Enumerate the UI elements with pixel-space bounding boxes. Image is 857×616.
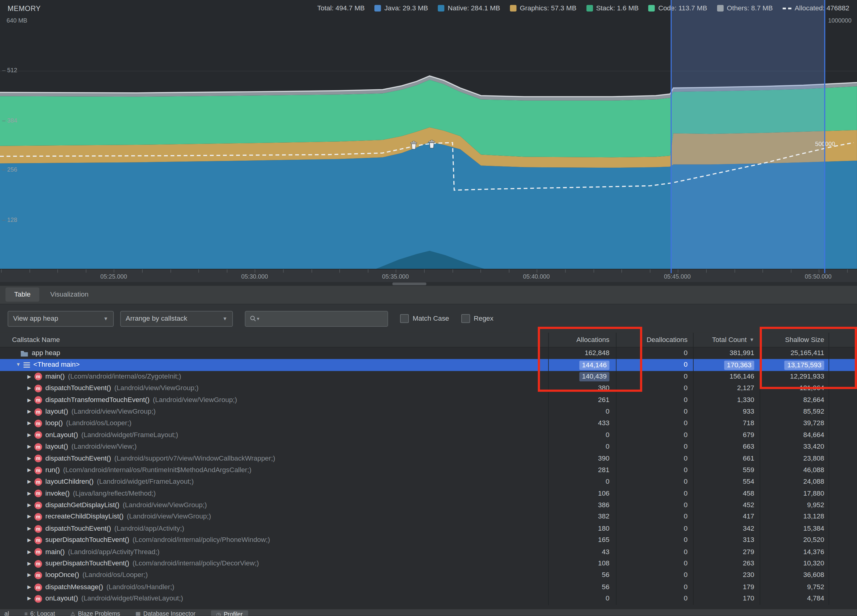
method-icon: m <box>34 490 42 497</box>
total-count-value: 417 <box>693 511 760 523</box>
expand-arrow-icon[interactable]: ▶ <box>25 406 33 418</box>
checkbox-box[interactable] <box>400 314 409 323</box>
allocations-value: 0 <box>548 406 616 418</box>
total-count-value: 156,146 <box>693 371 760 383</box>
callstack-package: (Landroid/os/Looper;) <box>66 418 131 429</box>
callstack-package: (Landroid/view/ViewGroup;) <box>122 500 207 511</box>
toolwindow-tab-al[interactable]: al <box>4 610 9 616</box>
deallocations-value: 0 <box>616 476 693 488</box>
table-row[interactable]: ▶mdispatchTouchEvent()(Landroid/support/… <box>0 452 857 464</box>
expand-arrow-icon[interactable]: ▶ <box>25 418 33 429</box>
axis-tick <box>142 269 143 273</box>
expand-arrow-icon[interactable]: ▶ <box>25 593 33 604</box>
timeline-scrollbar[interactable] <box>0 282 857 286</box>
table-row[interactable]: ▶mdispatchTransformedTouchEvent()(Landro… <box>0 394 857 406</box>
total-count-value: 342 <box>693 523 760 534</box>
table-row[interactable]: ▶minvoke()(Ljava/lang/reflect/Method;)10… <box>0 488 857 499</box>
timeline-scrollbar-thumb[interactable] <box>392 283 426 285</box>
column-header-shallow-size[interactable]: Shallow Size <box>760 333 829 347</box>
deallocations-value: 0 <box>616 570 693 581</box>
table-row[interactable]: ▶mlayoutChildren()(Landroid/widget/Frame… <box>0 476 857 488</box>
table-row[interactable]: ▶mdispatchTouchEvent()(Landroid/app/Acti… <box>0 523 857 534</box>
table-row[interactable]: ▶mloopOnce()(Landroid/os/Looper;)5602303… <box>0 570 857 581</box>
table-row[interactable]: ▶mrun()(Lcom/android/internal/os/Runtime… <box>0 465 857 476</box>
expand-arrow-icon[interactable]: ▶ <box>25 476 33 488</box>
column-header-deallocations[interactable]: Deallocations <box>616 333 693 347</box>
expand-arrow-icon[interactable]: ▶ <box>25 570 33 581</box>
allocations-value: 281 <box>548 465 616 476</box>
legend-swatch-icon <box>375 5 381 12</box>
axis-tick <box>368 269 368 273</box>
time-axis-label: 05:50.000 <box>795 273 841 280</box>
callstack-name: layout() <box>45 441 68 452</box>
expand-arrow-icon[interactable]: ▼ <box>14 359 23 371</box>
column-header-callstack-name[interactable]: Callstack Name <box>0 336 548 344</box>
expand-arrow-icon[interactable]: ▶ <box>25 581 33 593</box>
expand-arrow-icon[interactable]: ▶ <box>25 558 33 570</box>
method-icon: m <box>34 431 42 439</box>
expand-arrow-icon[interactable]: ▶ <box>25 383 33 394</box>
table-row[interactable]: ▶mmain()(Landroid/app/ActivityThread;)43… <box>0 546 857 558</box>
allocations-value: 162,848 <box>548 347 616 359</box>
regex-checkbox[interactable]: Regex <box>461 314 493 323</box>
row-gutter <box>829 441 857 452</box>
expand-arrow-icon[interactable]: ▶ <box>25 465 33 476</box>
list-icon: ≡ <box>25 610 28 616</box>
toolwindow-tab-database-inspector[interactable]: ▦Database Inspector <box>135 610 195 616</box>
axis-tick <box>57 269 58 273</box>
match-case-checkbox[interactable]: Match Case <box>400 314 449 323</box>
expand-arrow-icon[interactable]: ▶ <box>25 441 33 452</box>
row-gutter <box>829 452 857 464</box>
column-header-total-count[interactable]: Total Count▼ <box>693 333 760 347</box>
expand-arrow-icon[interactable]: ▶ <box>25 500 33 511</box>
toolwindow-tab-profiler[interactable]: ◷Profiler <box>211 610 248 616</box>
memory-stacked-area[interactable] <box>0 0 857 269</box>
shallow-size-value: 12,291,933 <box>760 371 829 383</box>
search-input[interactable] <box>263 314 383 323</box>
expand-arrow-icon[interactable]: ▶ <box>25 523 33 534</box>
deallocations-value: 0 <box>616 394 693 406</box>
expand-arrow-icon[interactable]: ▶ <box>25 394 33 406</box>
thread-icon <box>23 363 30 368</box>
table-row[interactable]: ▶monLayout()(Landroid/widget/RelativeLay… <box>0 593 857 604</box>
column-header-allocations[interactable]: Allocations <box>548 333 616 347</box>
expand-arrow-icon[interactable]: ▶ <box>25 488 33 499</box>
expand-arrow-icon[interactable]: ▶ <box>25 371 33 383</box>
table-row[interactable]: ▶msuperDispatchTouchEvent()(Lcom/android… <box>0 558 857 570</box>
method-icon: m <box>34 525 42 533</box>
tab-visualization[interactable]: Visualization <box>42 287 97 302</box>
table-row[interactable]: ▶mmain()(Lcom/android/internal/os/Zygote… <box>0 371 857 383</box>
toolwindow-tab-blaze-problems[interactable]: ⚠Blaze Problems <box>70 610 120 616</box>
table-row[interactable]: ▼<Thread main>144,1460170,36313,175,593 <box>0 359 857 371</box>
expand-arrow-icon[interactable]: ▶ <box>25 535 33 546</box>
expand-arrow-icon[interactable]: ▶ <box>25 546 33 558</box>
toolwindow-tab-6-logcat[interactable]: ≡6: Logcat <box>25 610 55 616</box>
table-row[interactable]: ▶mlayout()(Landroid/view/ViewGroup;)0093… <box>0 406 857 418</box>
table-row[interactable]: ▶mlayout()(Landroid/view/View;)0066333,4… <box>0 441 857 452</box>
table-row[interactable]: ▶mrecreateChildDisplayList()(Landroid/vi… <box>0 511 857 523</box>
deallocations-value: 0 <box>616 406 693 418</box>
table-row[interactable]: ▶msuperDispatchTouchEvent()(Lcom/android… <box>0 535 857 546</box>
method-icon: m <box>34 584 42 591</box>
total-count-value: 458 <box>693 488 760 499</box>
checkbox-box[interactable] <box>461 314 470 323</box>
memory-timeline-chart[interactable]: MEMORY Total: 494.7 MBJava: 29.3 MBNativ… <box>0 0 857 285</box>
search-field[interactable]: ▾ <box>245 310 388 326</box>
expand-arrow-icon[interactable]: ▶ <box>25 511 33 523</box>
selection-right-handle[interactable] <box>824 0 825 273</box>
table-row[interactable]: ▶mloop()(Landroid/os/Looper;)433071839,7… <box>0 418 857 429</box>
table-row[interactable]: ▶monLayout()(Landroid/widget/FrameLayout… <box>0 429 857 441</box>
table-row[interactable]: app heap162,8480381,99125,165,411 <box>0 347 857 359</box>
table-row[interactable]: ▶mdispatchGetDisplayList()(Landroid/view… <box>0 500 857 511</box>
heap-select-dropdown[interactable]: View app heap▼ <box>8 310 114 326</box>
expand-arrow-icon[interactable]: ▶ <box>25 429 33 441</box>
search-icon[interactable]: ▾ <box>250 315 259 322</box>
row-gutter <box>829 359 857 371</box>
table-row[interactable]: ▶mdispatchMessage()(Landroid/os/Handler;… <box>0 581 857 593</box>
tab-table[interactable]: Table <box>6 287 39 302</box>
expand-arrow-icon[interactable]: ▶ <box>25 452 33 464</box>
table-row[interactable]: ▶mdispatchTouchEvent()(Landroid/view/Vie… <box>0 383 857 394</box>
memory-profiler-window: MEMORY Total: 494.7 MBJava: 29.3 MBNativ… <box>0 0 857 616</box>
arrange-select-dropdown[interactable]: Arrange by callstack▼ <box>120 310 233 326</box>
selection-left-handle[interactable] <box>671 0 672 273</box>
